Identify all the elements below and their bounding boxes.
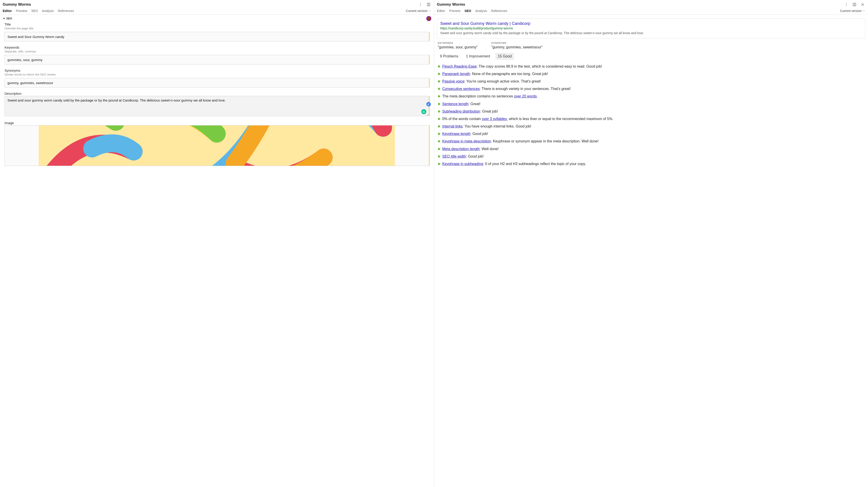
result-link[interactable]: SEO title width: [442, 154, 466, 158]
result-item: Keyphrase in meta description: Keyphrase…: [438, 139, 865, 144]
title-label: Title: [4, 22, 430, 26]
collapse-caret-icon[interactable]: ▼: [3, 17, 5, 20]
svg-point-7: [846, 4, 846, 5]
left-header: Gummy Worms: [0, 0, 434, 8]
status-dot-icon: [438, 65, 440, 68]
title-input[interactable]: [4, 32, 430, 41]
filter-button[interactable]: 1 Improvement: [464, 53, 492, 60]
tab-seo[interactable]: SEO: [31, 9, 38, 13]
synonyms-input[interactable]: [4, 78, 430, 88]
tab-references[interactable]: References: [58, 9, 74, 13]
svg-point-6: [846, 3, 846, 4]
result-item: The meta description contains no sentenc…: [438, 94, 865, 99]
result-item: Keyphrase length: Good job!: [438, 131, 865, 136]
result-link[interactable]: Subheading distribution: [442, 110, 480, 113]
tab-editor[interactable]: Editor: [3, 9, 12, 13]
status-dot-icon: [438, 95, 440, 97]
status-dot-icon: [438, 163, 440, 165]
keywords-hint: Separate, with, commas: [4, 50, 430, 53]
presence-avatar[interactable]: [426, 16, 431, 21]
result-item: Internal links: You have enough internal…: [438, 124, 865, 129]
tab-analysis[interactable]: Analysis: [42, 9, 54, 13]
result-link[interactable]: Keyphrase in meta description: [442, 139, 491, 143]
status-dot-icon: [438, 148, 440, 150]
result-text: Meta description length: Well done!: [442, 146, 865, 151]
synonyms-block: SYNONYMS "gummy, gummies, sweetnsour": [491, 41, 542, 49]
edit-indicator-icon[interactable]: [426, 102, 431, 106]
right-header-icons: [844, 2, 865, 7]
seo-form: Title Override the page title Keywords S…: [0, 22, 434, 175]
description-input[interactable]: [4, 96, 430, 116]
tab-preview[interactable]: Preview: [449, 9, 460, 13]
tab-analysis[interactable]: Analysis: [475, 9, 487, 13]
serp-description: Sweet and sour gummy worm candy sold by …: [440, 31, 862, 35]
svg-point-2: [420, 5, 421, 6]
keywords-heading: KEYWORDS: [438, 41, 478, 44]
filter-button[interactable]: 9 Problems: [438, 53, 461, 60]
tab-references[interactable]: References: [491, 9, 507, 13]
right-content: Sweet and Sour Gummy Worm candy | Candic…: [434, 15, 868, 487]
status-dot-icon: [438, 133, 440, 135]
filter-button[interactable]: 15 Good: [495, 53, 514, 60]
result-text: Subheading distribution: Great job!: [442, 109, 865, 114]
keywords-input[interactable]: [4, 55, 430, 64]
result-text: Internal links: You have enough internal…: [442, 124, 865, 129]
result-item: Sentence length: Great!: [438, 101, 865, 106]
result-item: Subheading distribution: Great job!: [438, 109, 865, 114]
grammarly-icon[interactable]: G: [421, 109, 426, 114]
result-item: Keyphrase in subheading: 0 of your H2 an…: [438, 161, 865, 166]
chevron-down-icon: [429, 9, 431, 12]
seo-section-header: ▼ SEO: [0, 15, 434, 22]
result-item: Passive voice: You're using enough activ…: [438, 79, 865, 84]
result-link[interactable]: over 20 words: [514, 94, 537, 98]
result-text: The meta description contains no sentenc…: [442, 94, 865, 99]
left-tabs: EditorPreviewSEOAnalysisReferences: [3, 9, 74, 13]
split-icon[interactable]: [852, 2, 857, 7]
left-header-icons: [418, 2, 431, 7]
image-label: Image: [4, 121, 430, 125]
left-title: Gummy Worms: [3, 2, 31, 7]
close-icon[interactable]: [860, 2, 865, 7]
chevron-down-icon: [863, 9, 865, 12]
version-label: Current version: [406, 9, 428, 13]
more-icon[interactable]: [844, 2, 849, 7]
serp-title: Sweet and Sour Gummy Worm candy | Candic…: [440, 21, 862, 26]
status-dot-icon: [438, 103, 440, 105]
field-title: Title Override the page title: [4, 22, 430, 41]
status-dot-icon: [438, 140, 440, 143]
result-link[interactable]: over 3 syllables: [482, 117, 507, 121]
result-link[interactable]: Internal links: [442, 124, 463, 128]
result-link[interactable]: Keyphrase in subheading: [442, 162, 483, 166]
tab-preview[interactable]: Preview: [16, 9, 27, 13]
seo-panel: Gummy Worms EditorPreviewSEOAnalysisRefe…: [434, 0, 868, 487]
serp-preview: Sweet and Sour Gummy Worm candy | Candic…: [437, 18, 866, 38]
more-icon[interactable]: [418, 2, 423, 7]
editor-panel: Gummy Worms EditorPreviewSEOAnalysisRefe…: [0, 0, 434, 487]
result-link[interactable]: Meta description length: [442, 147, 480, 151]
status-dot-icon: [438, 118, 440, 120]
tab-editor[interactable]: Editor: [437, 9, 445, 13]
result-link[interactable]: Keyphrase length: [442, 132, 471, 136]
split-icon[interactable]: [426, 2, 431, 7]
result-item: SEO title width: Good job!: [438, 154, 865, 159]
result-link[interactable]: Flesch Reading Ease: [442, 64, 477, 68]
svg-point-8: [846, 5, 846, 6]
version-select[interactable]: Current version: [406, 9, 431, 13]
result-link[interactable]: Sentence length: [442, 102, 469, 106]
right-tabs: EditorPreviewSEOAnalysisReferences: [437, 9, 507, 13]
tab-seo[interactable]: SEO: [465, 9, 471, 13]
field-image: Image: [4, 121, 430, 166]
version-select[interactable]: Current version: [840, 9, 865, 13]
version-label: Current version: [840, 9, 862, 13]
field-description: Description G: [4, 92, 430, 117]
result-text: Sentence length: Great!: [442, 101, 865, 106]
result-item: Paragraph length: None of the paragraphs…: [438, 71, 865, 77]
result-link[interactable]: Consecutive sentences: [442, 87, 480, 91]
result-text: Consecutive sentences: There is enough v…: [442, 86, 865, 91]
status-dot-icon: [438, 73, 440, 75]
svg-point-0: [420, 3, 421, 4]
image-preview[interactable]: [4, 125, 430, 166]
result-link[interactable]: Passive voice: [442, 79, 465, 83]
result-text: 0% of the words contain over 3 syllables…: [442, 116, 865, 121]
result-link[interactable]: Paragraph length: [442, 72, 470, 76]
